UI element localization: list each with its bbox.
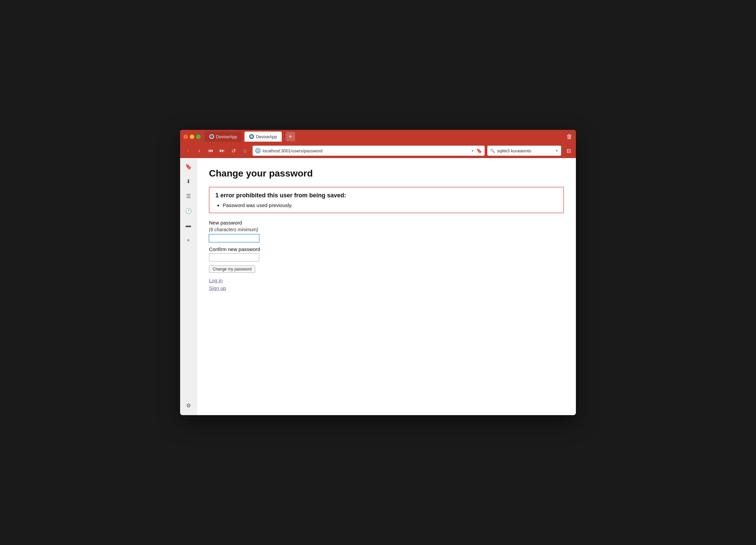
add-icon[interactable]: + [183,235,194,245]
address-bar[interactable]: 🌐 localhost:3001/users/password ▼ 🔖 [253,146,485,156]
tab-active[interactable]: 🌐 DeviseApp [245,132,282,142]
rewind-button[interactable]: ⏮ [206,146,216,156]
error-heading: 1 error prohibited this user from being … [215,192,557,199]
tab-globe-active: 🌐 [249,134,254,139]
address-text: localhost:3001/users/password [263,148,469,153]
new-password-hint: (6 characters minimum) [209,227,564,232]
error-item: Password was used previously. [223,202,557,208]
sign-up-link[interactable]: Sign up [209,285,564,291]
bookmark-icon[interactable]: 🔖 [476,148,482,153]
clock-icon[interactable]: 🕐 [183,206,194,216]
split-view-button[interactable]: ⊟ [564,146,573,156]
confirm-password-label: Confirm new password [209,246,564,252]
close-button[interactable] [183,135,188,139]
reload-button[interactable]: ↺ [228,146,238,156]
back-button[interactable]: ‹ [183,146,193,156]
log-in-link[interactable]: Log in [209,278,564,283]
page-content: Change your password 1 error prohibited … [197,158,576,415]
fast-forward-button[interactable]: ⏭ [217,146,227,156]
screen-icon[interactable]: ▬ [183,220,194,231]
add-tab-button[interactable]: + [286,132,295,141]
tab-inactive-label: DeviseApp [216,134,237,139]
search-icon: 🔍 [490,148,495,153]
page-title: Change your password [209,168,564,179]
minimize-button[interactable] [190,135,194,139]
gear-icon[interactable]: ⚙ [183,400,194,410]
bookmark-icon[interactable]: 🔖 [183,161,194,171]
tab-inactive[interactable]: 🌐 DeviseApp [205,132,242,142]
tab-globe-inactive: 🌐 [209,134,214,139]
confirm-password-input[interactable] [209,253,259,261]
search-dropdown-icon[interactable]: ▼ [555,149,558,153]
traffic-lights [183,135,201,139]
address-dropdown-icon[interactable]: ▼ [471,149,474,153]
new-password-input[interactable] [209,234,259,242]
browser-body: 🔖 ⬇ ☰ 🕐 ▬ + ⚙ Change your password 1 err… [180,158,576,415]
error-list: Password was used previously. [215,202,557,208]
sidebar: 🔖 ⬇ ☰ 🕐 ▬ + ⚙ [180,158,197,415]
home-button[interactable]: ⌂ [240,146,250,156]
error-box: 1 error prohibited this user from being … [209,187,564,213]
forward-button[interactable]: › [194,146,204,156]
change-password-button[interactable]: Change my password [209,265,255,273]
address-globe-icon: 🌐 [255,148,261,153]
maximize-button[interactable] [196,135,201,139]
new-password-label: New password [209,220,564,226]
search-text: sqlite3 kuraiannto [497,148,553,153]
list-icon[interactable]: ☰ [183,191,194,201]
browser-window: 🌐 DeviseApp 🌐 DeviseApp + 🗑 ‹ › ⏮ ⏭ ↺ ⌂ … [180,130,576,415]
search-bar[interactable]: 🔍 sqlite3 kuraiannto ▼ [487,146,561,156]
download-icon[interactable]: ⬇ [183,176,194,186]
title-bar: 🌐 DeviseApp 🌐 DeviseApp + 🗑 [180,130,576,143]
nav-bar: ‹ › ⏮ ⏭ ↺ ⌂ 🌐 localhost:3001/users/passw… [180,143,576,158]
trash-icon[interactable]: 🗑 [566,133,573,140]
tab-active-label: DeviseApp [256,134,277,139]
